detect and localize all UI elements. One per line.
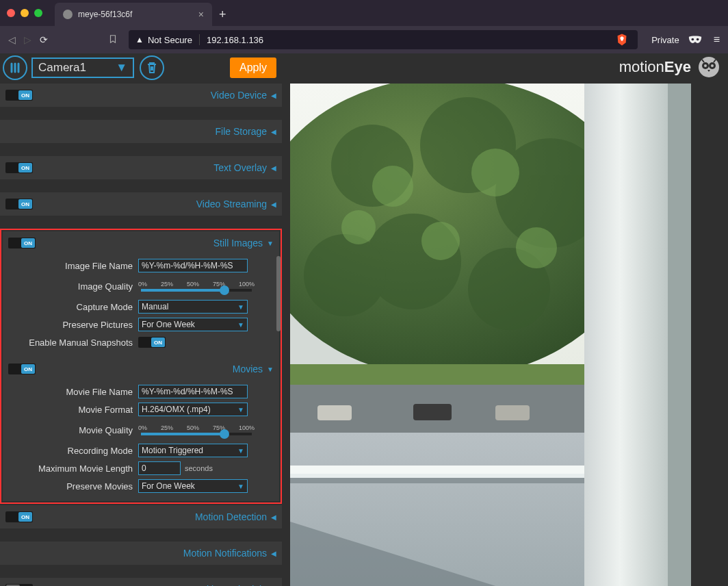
caret-down-icon: ▼ xyxy=(267,240,274,247)
caret-left-icon: ◀ xyxy=(271,513,276,521)
separator xyxy=(199,34,200,45)
delete-camera-button[interactable] xyxy=(140,55,164,80)
toggle-label: ON xyxy=(151,337,165,347)
caret-left-icon: ◀ xyxy=(271,550,276,557)
toggle-still-images[interactable]: ON xyxy=(8,238,36,249)
tab-title: meye-56f13c6f xyxy=(78,10,193,19)
brand-text-b: Eye xyxy=(664,58,691,75)
section-header-file-storage[interactable]: File Storage◀ xyxy=(0,120,282,143)
warning-icon: ▲ xyxy=(135,35,144,44)
tick: 25% xyxy=(161,424,173,431)
chevron-down-icon: ▼ xyxy=(116,61,127,75)
tick: 0% xyxy=(138,424,147,431)
svg-point-10 xyxy=(704,64,707,67)
section-movies: ON Movies▼ Movie File Name Movie Format … xyxy=(3,357,279,501)
label-capture-mode: Capture Mode xyxy=(8,302,138,312)
select-preserve-movies[interactable]: For One Week▼ xyxy=(138,479,248,493)
section-header-motion-notifications[interactable]: Motion Notifications◀ xyxy=(0,542,282,565)
label-preserve-pictures: Preserve Pictures xyxy=(8,320,138,330)
security-badge[interactable]: ▲ Not Secure xyxy=(135,35,192,45)
close-window-button[interactable] xyxy=(7,9,15,17)
section-title: Video Streaming xyxy=(196,199,267,209)
svg-point-31 xyxy=(471,149,519,196)
chevron-down-icon: ▼ xyxy=(237,321,244,329)
section-header-video-device[interactable]: ON Video Device◀ xyxy=(0,84,282,107)
camera-select[interactable]: Camera1 ▼ xyxy=(31,58,134,78)
section-header-text-overlay[interactable]: ON Text Overlay◀ xyxy=(0,156,282,179)
toggle-video-streaming[interactable]: ON xyxy=(5,199,33,209)
select-recording-mode[interactable]: Motion Triggered▼ xyxy=(138,444,248,457)
bookmark-icon[interactable] xyxy=(108,34,118,46)
toggle-motion-detection[interactable]: ON xyxy=(5,511,33,522)
input-max-movie-length[interactable] xyxy=(138,461,181,475)
select-movie-format[interactable]: H.264/OMX (.mp4)▼ xyxy=(138,403,248,416)
settings-scrollbar[interactable] xyxy=(276,140,282,586)
section-motion-detection: ON Motion Detection◀ xyxy=(0,505,282,528)
forward-button[interactable]: ▷ xyxy=(24,34,31,45)
scrollbar-thumb[interactable] xyxy=(276,256,281,331)
camera-feed[interactable]: 2020-02-24 08:07:47 xyxy=(290,84,691,586)
minimize-window-button[interactable] xyxy=(21,9,29,17)
maximize-window-button[interactable] xyxy=(34,9,42,17)
tab-close-icon[interactable]: × xyxy=(198,9,204,20)
window-controls[interactable] xyxy=(7,9,42,17)
label-preserve-movies: Preserve Movies xyxy=(8,481,138,492)
caret-left-icon: ◀ xyxy=(271,164,276,172)
section-header-motion-detection[interactable]: ON Motion Detection◀ xyxy=(0,505,282,528)
toggle-label: ON xyxy=(18,90,32,100)
svg-point-29 xyxy=(304,234,386,316)
section-header-movies[interactable]: ON Movies▼ xyxy=(3,357,279,381)
camera-select-value: Camera1 xyxy=(38,61,86,75)
slider-movie-quality[interactable]: 0% 25% 50% 75% 100% xyxy=(138,424,255,435)
browser-tab[interactable]: meye-56f13c6f × xyxy=(55,3,212,26)
toggle-text-overlay[interactable]: ON xyxy=(5,162,33,173)
label-movie-file-name: Movie File Name xyxy=(8,387,138,397)
menu-button[interactable]: ≡ xyxy=(714,34,720,46)
menu-toggle-button[interactable] xyxy=(3,55,27,80)
toggle-label: ON xyxy=(21,364,35,374)
toggle-movies[interactable]: ON xyxy=(8,364,36,374)
input-image-file-name[interactable] xyxy=(138,259,248,272)
section-file-storage: File Storage◀ xyxy=(0,120,282,143)
brand-logo: motionEye xyxy=(619,56,720,78)
reload-button[interactable]: ⟳ xyxy=(40,34,48,45)
url-box[interactable]: ▲ Not Secure 192.168.1.136 xyxy=(129,30,638,49)
section-motion-notifications: Motion Notifications◀ xyxy=(0,542,282,565)
private-mask-icon xyxy=(688,36,703,44)
select-preserve-pictures[interactable]: For One Week▼ xyxy=(138,318,248,331)
tick: 100% xyxy=(239,281,255,288)
app: Camera1 ▼ Apply motionEye ON Video Devic… xyxy=(0,53,728,586)
section-header-working-schedule[interactable]: OFF Working Schedule◀ xyxy=(0,578,282,586)
toggle-video-device[interactable]: ON xyxy=(5,90,33,101)
section-body-movies: Movie File Name Movie Format H.264/OMX (… xyxy=(3,381,279,501)
section-body-still-images: Image File Name Image Quality 0% 25% 50%… xyxy=(3,255,279,357)
caret-left-icon: ◀ xyxy=(271,128,276,136)
svg-point-0 xyxy=(691,38,694,40)
toggle-enable-snapshots[interactable]: ON xyxy=(138,337,166,348)
select-value: H.264/OMX (.mp4) xyxy=(142,405,211,414)
brave-shield-icon[interactable] xyxy=(616,33,628,47)
tab-strip: meye-56f13c6f × + xyxy=(0,0,728,26)
tick: 0% xyxy=(138,281,147,288)
tick: 25% xyxy=(161,281,173,288)
section-header-still-images[interactable]: ON Still Images▼ xyxy=(3,231,279,255)
select-capture-mode[interactable]: Manual▼ xyxy=(138,300,248,314)
apply-button[interactable]: Apply xyxy=(230,58,276,78)
label-image-file-name: Image File Name xyxy=(8,261,138,271)
back-button[interactable]: ◁ xyxy=(8,34,16,45)
toggle-label: ON xyxy=(18,163,32,173)
svg-rect-37 xyxy=(317,405,352,420)
section-header-video-streaming[interactable]: ON Video Streaming◀ xyxy=(0,192,282,216)
toggle-label: ON xyxy=(21,238,35,248)
section-video-streaming: ON Video Streaming◀ xyxy=(0,192,282,216)
chevron-down-icon: ▼ xyxy=(237,447,244,455)
toggle-label: ON xyxy=(18,512,32,522)
slider-image-quality[interactable]: 0% 25% 50% 75% 100% xyxy=(138,281,255,292)
section-title: Video Device xyxy=(211,90,267,101)
section-video-device: ON Video Device◀ xyxy=(0,84,282,107)
input-movie-file-name[interactable] xyxy=(138,385,248,398)
settings-panel: ON Video Device◀ File Storage◀ ON Text O… xyxy=(0,53,282,586)
new-tab-button[interactable]: + xyxy=(219,8,226,22)
svg-point-30 xyxy=(372,166,413,207)
svg-point-32 xyxy=(421,222,460,260)
